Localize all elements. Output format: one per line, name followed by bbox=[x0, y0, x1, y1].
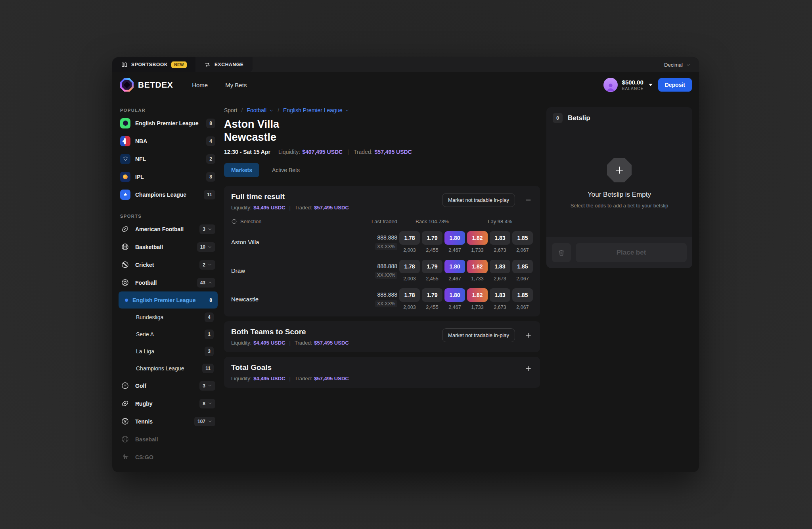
back-odds-button[interactable]: 1.79 bbox=[422, 231, 442, 245]
back-odds-cell: 1.802,467 bbox=[444, 260, 465, 282]
main-panel: Sport / Football / English Premier Leagu… bbox=[224, 98, 540, 472]
sidebar-item-ipl[interactable]: IPL8 bbox=[119, 168, 218, 186]
sidebar-item-american-football[interactable]: American Football3 bbox=[119, 220, 218, 238]
odds-row-aston-villa: Aston Villa888.888XX.XX%1.782,0031.792,4… bbox=[231, 231, 533, 253]
tab-sportsbook[interactable]: SPORTSBOOK NEW bbox=[112, 57, 195, 72]
sidebar-item-basketball[interactable]: Basketball10 bbox=[119, 238, 218, 256]
traded-value: $57,495 USDC bbox=[375, 149, 412, 155]
chevron-down-icon bbox=[686, 63, 690, 67]
last-traded-cell: 888.888XX.XX% bbox=[359, 263, 397, 279]
not-tradable-badge: Market not tradable in-play bbox=[442, 328, 515, 342]
sidebar-item-label: CS:GO bbox=[135, 454, 215, 460]
breadcrumb-league[interactable]: English Premier League bbox=[283, 107, 349, 113]
sidebar-item-golf[interactable]: Golf3 bbox=[119, 377, 218, 395]
lay-odds-button[interactable]: 1.82 bbox=[467, 231, 488, 245]
odds-table-header: Selection Last traded Back 104.73% Lay 9… bbox=[231, 218, 533, 224]
odds-volume: 2,003 bbox=[403, 247, 416, 253]
collapse-market-button[interactable] bbox=[524, 196, 533, 205]
sidebar-subitem-english-premier-league[interactable]: English Premier League8 bbox=[119, 291, 218, 309]
chevron-down-icon bbox=[269, 108, 274, 113]
lay-odds-button[interactable]: 1.83 bbox=[490, 288, 510, 302]
market-liquidity: Liquidity: $4,495 USDC | Traded: $57,495… bbox=[231, 205, 442, 211]
back-odds-button[interactable]: 1.80 bbox=[444, 288, 465, 302]
count-badge: 8 bbox=[206, 119, 215, 128]
sidebar-item-cs-go[interactable]: CS:GO bbox=[119, 448, 218, 466]
lay-odds-button[interactable]: 1.85 bbox=[512, 288, 533, 302]
football-icon bbox=[121, 278, 129, 287]
back-odds-button[interactable]: 1.78 bbox=[399, 231, 420, 245]
sidebar-item-nba[interactable]: NBA4 bbox=[119, 132, 218, 150]
liquidity-value: $407,495 USDC bbox=[302, 149, 343, 155]
liquidity-value: $4,495 USDC bbox=[253, 340, 285, 346]
market-title: Full time result bbox=[231, 192, 442, 201]
sidebar-subitem-bundesliga[interactable]: Bundesliga4 bbox=[119, 309, 218, 326]
back-odds-button[interactable]: 1.80 bbox=[444, 231, 465, 245]
sidebar-item-label: Tennis bbox=[135, 418, 190, 425]
sidebar-subitem-serie-a[interactable]: Serie A1 bbox=[119, 326, 218, 343]
lay-odds-cell: 1.832,673 bbox=[490, 260, 510, 282]
deposit-button[interactable]: Deposit bbox=[658, 78, 692, 92]
lay-odds-cell: 1.832,673 bbox=[490, 231, 510, 253]
count-badge: 2 bbox=[206, 154, 215, 164]
market-liquidity: Liquidity: $4,495 USDC | Traded: $57,495… bbox=[231, 340, 442, 346]
place-bet-button[interactable]: Place bet bbox=[576, 243, 687, 262]
sidebar-subitem-label: English Premier League bbox=[132, 297, 202, 303]
sidebar-item-champions-league[interactable]: ★Champions League11 bbox=[119, 186, 218, 203]
balance-caret-icon[interactable] bbox=[649, 84, 653, 86]
sidebar-item-rugby[interactable]: Rugby8 bbox=[119, 395, 218, 412]
lay-odds-button[interactable]: 1.82 bbox=[467, 260, 488, 273]
sidebar-item-tennis[interactable]: Tennis107 bbox=[119, 412, 218, 430]
odds-volume: 2,067 bbox=[516, 247, 529, 253]
clear-betslip-button[interactable] bbox=[552, 243, 571, 262]
brand-logo[interactable]: BETDEX bbox=[120, 78, 173, 92]
avatar[interactable] bbox=[603, 78, 618, 92]
odds-volume: 2,467 bbox=[448, 276, 461, 282]
liquidity-label: Liquidity: bbox=[231, 340, 251, 346]
sidebar-item-english-premier-league[interactable]: English Premier League8 bbox=[119, 114, 218, 132]
sidebar-item-football[interactable]: Football43 bbox=[119, 274, 218, 291]
lay-odds-button[interactable]: 1.83 bbox=[490, 260, 510, 273]
traded-value: $57,495 USDC bbox=[314, 340, 349, 346]
lay-header: Lay 98.4% bbox=[467, 218, 533, 224]
back-odds-button[interactable]: 1.78 bbox=[399, 260, 420, 273]
betslip-empty-subtitle: Select the odds to add a bet to your bet… bbox=[571, 203, 668, 209]
lay-odds-button[interactable]: 1.83 bbox=[490, 231, 510, 245]
back-odds-cell: 1.792,455 bbox=[422, 231, 442, 253]
lay-odds-button[interactable]: 1.82 bbox=[467, 288, 488, 302]
balance-block[interactable]: $500.00 BALANCE bbox=[622, 79, 644, 91]
sidebar-item-label: Baseball bbox=[135, 436, 215, 443]
tab-markets[interactable]: Markets bbox=[224, 163, 259, 177]
odds-volume: 2,067 bbox=[516, 276, 529, 282]
betslip-empty-title: Your Betslip is Empty bbox=[588, 191, 651, 199]
expand-market-button[interactable] bbox=[524, 331, 533, 340]
lay-odds-button[interactable]: 1.85 bbox=[512, 231, 533, 245]
breadcrumb-football-label: Football bbox=[247, 107, 266, 113]
breadcrumb-football[interactable]: Football bbox=[247, 107, 274, 113]
back-odds-button[interactable]: 1.79 bbox=[422, 260, 442, 273]
betslip-panel: 0 Betslip Your Betslip is Empty Select t… bbox=[546, 98, 692, 472]
odds-format-select[interactable]: Decimal bbox=[655, 57, 699, 72]
add-bet-icon bbox=[607, 158, 632, 182]
nav-my-bets[interactable]: My Bets bbox=[225, 82, 247, 88]
traded-label: Traded: bbox=[354, 149, 373, 155]
odds-format-value: Decimal bbox=[664, 62, 683, 68]
back-odds-button[interactable]: 1.80 bbox=[444, 260, 465, 273]
nav-home[interactable]: Home bbox=[192, 82, 208, 88]
betslip-empty-state: Your Betslip is Empty Select the odds to… bbox=[546, 129, 692, 237]
back-odds-button[interactable]: 1.78 bbox=[399, 288, 420, 302]
sidebar-item-label: English Premier League bbox=[135, 120, 201, 126]
sidebar-subitem-champions-league[interactable]: Champions League11 bbox=[119, 360, 218, 377]
tab-exchange[interactable]: EXCHANGE bbox=[195, 57, 253, 72]
back-odds-button[interactable]: 1.79 bbox=[422, 288, 442, 302]
sidebar-item-cricket[interactable]: Cricket2 bbox=[119, 256, 218, 274]
market-title: Both Teams to Score bbox=[231, 328, 442, 336]
popular-section-label: POPULAR bbox=[120, 108, 218, 113]
meta-divider: | bbox=[289, 205, 291, 211]
lay-odds-button[interactable]: 1.85 bbox=[512, 260, 533, 273]
sidebar-item-nfl[interactable]: NFL2 bbox=[119, 150, 218, 168]
tab-active-bets[interactable]: Active Bets bbox=[265, 163, 307, 177]
sidebar-item-label: Basketball bbox=[135, 244, 192, 250]
expand-market-button[interactable] bbox=[524, 364, 533, 373]
sidebar-subitem-la-liga[interactable]: La Liga3 bbox=[119, 343, 218, 360]
sidebar-item-baseball[interactable]: Baseball bbox=[119, 430, 218, 448]
